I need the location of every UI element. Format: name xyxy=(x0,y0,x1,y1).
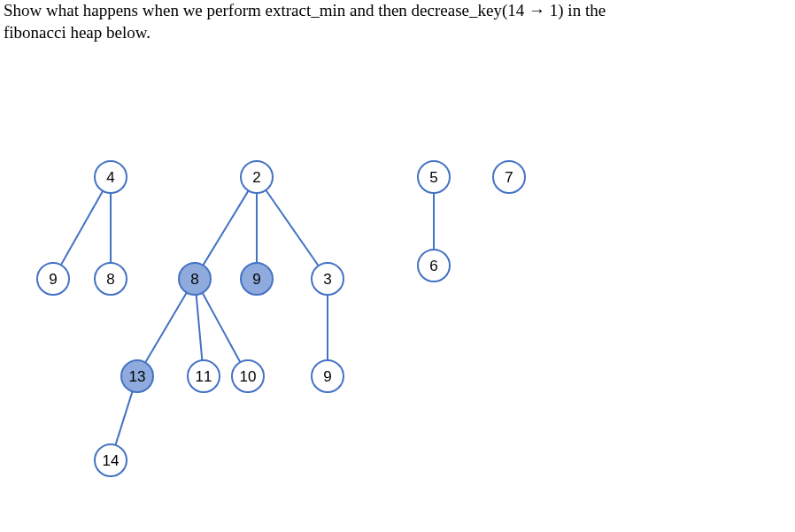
heap-node-label: 13 xyxy=(129,368,146,385)
heap-node-label: 7 xyxy=(505,169,513,186)
heap-node: 3 xyxy=(312,263,343,295)
heap-node-label: 8 xyxy=(106,271,114,288)
heap-edge xyxy=(203,190,248,265)
heap-edge xyxy=(115,391,132,445)
heap-node-label: 14 xyxy=(103,452,120,469)
heap-node-label: 8 xyxy=(190,271,198,288)
heap-edge xyxy=(203,293,241,362)
q-underscore-2: _ xyxy=(469,1,478,19)
heap-node-label: 10 xyxy=(240,368,257,385)
heap-node: 6 xyxy=(418,250,450,281)
heap-node-label: 4 xyxy=(106,169,114,186)
q-part-3: key(14 xyxy=(478,1,529,19)
heap-node-label: 5 xyxy=(429,169,437,186)
heap-edge xyxy=(61,191,103,266)
heap-node: 8 xyxy=(95,263,127,295)
q-part-1: Show what happens when we perform extrac… xyxy=(4,1,311,19)
heap-node: 8 xyxy=(179,263,211,295)
edges-layer xyxy=(61,190,434,445)
heap-node: 5 xyxy=(418,161,450,193)
heap-node: 10 xyxy=(232,360,264,392)
heap-node: 9 xyxy=(37,263,69,295)
heap-edge xyxy=(266,190,318,266)
heap-node: 7 xyxy=(493,161,525,193)
heap-node-label: 9 xyxy=(252,271,260,288)
heap-node-label: 2 xyxy=(252,169,260,186)
q-part-4: 1) in the xyxy=(545,1,606,19)
heap-node-label: 3 xyxy=(323,271,331,288)
heap-edge xyxy=(197,295,203,360)
q-line-2: fibonacci heap below. xyxy=(4,23,151,42)
heap-node-label: 6 xyxy=(429,258,437,274)
heap-node: 2 xyxy=(241,161,273,193)
heap-node: 14 xyxy=(95,444,127,476)
question-text: Show what happens when we perform extrac… xyxy=(4,0,777,43)
heap-edge xyxy=(145,292,187,362)
q-underscore-1: _ xyxy=(311,1,320,19)
heap-node-label: 11 xyxy=(196,368,212,385)
heap-node-label: 9 xyxy=(323,368,331,385)
fibonacci-heap-diagram: 4982893131110914567 xyxy=(0,106,795,531)
heap-node-label: 9 xyxy=(49,271,57,288)
heap-node: 13 xyxy=(121,360,153,392)
q-part-2: min and then decrease xyxy=(320,1,469,19)
heap-node: 4 xyxy=(95,161,127,193)
arrow-icon: → xyxy=(529,1,545,19)
heap-node: 9 xyxy=(241,263,273,295)
heap-node: 11 xyxy=(188,360,220,392)
heap-node: 9 xyxy=(312,360,343,392)
